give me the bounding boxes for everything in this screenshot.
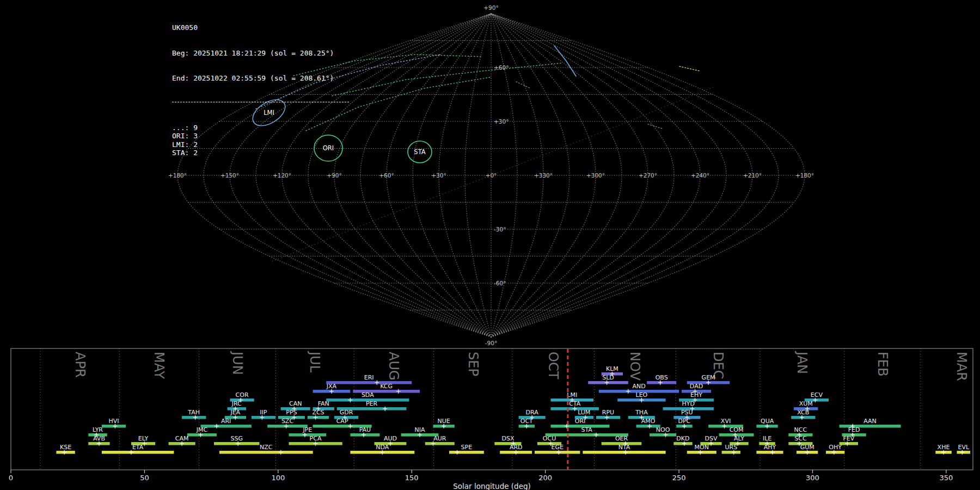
shower-label-and: AND xyxy=(632,383,645,390)
shower-label-jmc: JMC xyxy=(196,426,208,433)
month-label-nov: NOV xyxy=(627,352,642,381)
shower-label-leo: LEO xyxy=(636,391,648,399)
station-id: UK0050 xyxy=(172,23,349,32)
shower-label-ocu: OCU xyxy=(543,435,556,442)
shower-label-scc: SCC xyxy=(794,435,807,442)
separator-line xyxy=(172,102,349,102)
shower-label-noo: NOO xyxy=(656,426,670,433)
shower-label-dsv: DSV xyxy=(705,435,718,442)
shower-label-ssg: SSG xyxy=(231,435,243,442)
shower-bar-ori xyxy=(551,425,610,428)
grid-meridian xyxy=(439,14,491,337)
shower-label-ecv: ECV xyxy=(811,391,823,399)
lat-label: +60° xyxy=(494,64,509,71)
lon-label: +30° xyxy=(431,172,446,179)
shower-label-gem: GEM xyxy=(702,374,715,381)
shower-label-aly: ALY xyxy=(734,435,744,442)
peak-marker-spe xyxy=(455,450,460,455)
x-tick-label: 50 xyxy=(140,474,149,482)
shower-label-pau: PAU xyxy=(359,426,371,433)
shower-label-ely: ELY xyxy=(138,435,149,442)
x-tick-label: 150 xyxy=(405,474,419,482)
month-label-sep: SEP xyxy=(465,352,481,376)
meteor-track xyxy=(516,82,530,88)
shower-bar-ahy xyxy=(756,451,783,454)
shower-label-xum: XUM xyxy=(799,400,813,407)
lat-label: -90° xyxy=(485,340,497,346)
shower-bar-eri xyxy=(326,381,412,384)
lon-label: +150° xyxy=(220,172,239,179)
shower-label-sda: SDA xyxy=(362,391,374,399)
lon-label: +300° xyxy=(586,172,605,179)
shower-label-spe: SPE xyxy=(461,444,473,451)
shower-label-hyd: HYD xyxy=(682,400,695,407)
month-label-mar: MAR xyxy=(954,352,969,381)
shower-label-cam: CAM xyxy=(175,435,189,442)
month-label-apr: APR xyxy=(72,352,88,378)
shower-label-fed: FED xyxy=(848,426,860,433)
shower-label-dra: DRA xyxy=(525,409,538,416)
shower-label-klm: KLM xyxy=(606,365,618,372)
peak-marker-ari xyxy=(215,424,219,428)
shower-label-xvi: XVI xyxy=(721,418,731,425)
lon-label: +60° xyxy=(379,172,394,179)
x-tick-label: 0 xyxy=(9,474,13,482)
x-axis-title: Solar longitude (deg) xyxy=(453,482,531,490)
shower-label-fev: FEV xyxy=(843,435,854,442)
shower-bar-zcs xyxy=(308,416,329,419)
shower-label-ncc: NCC xyxy=(794,426,807,433)
count-line-sporadic: ...: 9 xyxy=(172,124,349,132)
shower-label-per: PER xyxy=(366,400,378,407)
shower-label-aur: AUR xyxy=(433,435,446,442)
lon-label: +270° xyxy=(639,172,657,179)
count-line-sta: STA: 2 xyxy=(172,149,349,157)
shower-label-nzc: NZC xyxy=(260,444,273,451)
shower-label-ile: ILE xyxy=(763,435,771,442)
shower-label-tah: TAH xyxy=(187,409,200,416)
shower-label-aan: AAN xyxy=(863,418,877,425)
month-label-may: MAY xyxy=(151,352,167,379)
shower-label-eta: ETA xyxy=(132,444,144,451)
shower-bar-eta xyxy=(102,451,174,454)
shower-label-ohy: OHY xyxy=(829,444,842,451)
shower-label-cta: CTA xyxy=(569,400,581,407)
shower-bar-nzc xyxy=(219,451,313,454)
shower-label-can: CAN xyxy=(289,400,302,407)
shower-label-qua: QUA xyxy=(761,418,774,425)
lon-label: +0° xyxy=(486,172,497,179)
shower-label-sta: STA xyxy=(581,426,593,433)
shower-label-dkd: DKD xyxy=(676,435,689,442)
lon-label: +330° xyxy=(534,172,553,179)
shower-activity-bars: KLMERISLDOBSGEMJXAKCGANDDADCORSDALMILEOE… xyxy=(56,365,970,455)
info-panel: UK0050 Beg: 20251021 18:21:29 (sol = 208… xyxy=(172,7,349,166)
x-tick-label: 200 xyxy=(538,474,552,482)
shower-bar-aur xyxy=(425,442,455,445)
shower-label-ege: EGE xyxy=(552,444,564,451)
lat-label: +30° xyxy=(494,118,509,125)
shower-label-cap: CAP xyxy=(336,418,348,425)
month-label-jun: JUN xyxy=(230,351,245,375)
shower-bar-ari xyxy=(201,425,252,428)
shower-label-lyr: LYR xyxy=(93,426,103,433)
shower-label-dad: DAD xyxy=(690,383,703,390)
shower-label-nia: NIA xyxy=(415,426,425,433)
shower-label-oct: OCT xyxy=(520,418,533,425)
peak-marker-per xyxy=(383,407,387,411)
shower-label-jea: JEA xyxy=(230,409,240,416)
shower-label-ori: ORI xyxy=(575,418,586,425)
shower-label-nue: NUE xyxy=(438,418,450,425)
lat-label: -60° xyxy=(494,280,506,286)
count-line-ori: ORI: 3 xyxy=(172,132,349,140)
shower-label-fan: FAN xyxy=(318,400,329,407)
shower-label-xcb: XCB xyxy=(797,409,809,416)
shower-bar-urs xyxy=(722,451,740,454)
shower-label-jpe: JPE xyxy=(302,426,312,433)
shower-label-zcs: ZCS xyxy=(312,409,324,416)
lon-label: +240° xyxy=(691,172,709,179)
shower-label-gdr: GDR xyxy=(340,409,353,416)
shower-label-kse: KSE xyxy=(60,444,71,451)
shower-label-ari: ARI xyxy=(221,418,231,425)
radiant-label-sta: STA xyxy=(414,148,425,156)
shower-label-ahy: AHY xyxy=(764,444,776,451)
shower-label-dsx: DSX xyxy=(502,435,514,442)
